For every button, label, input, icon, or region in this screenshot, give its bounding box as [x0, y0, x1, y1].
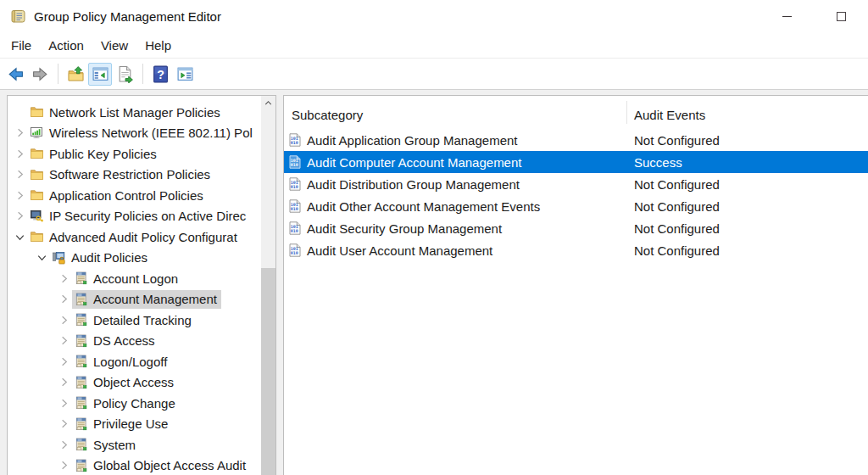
tree-item-privilege-use[interactable]: Privilege Use [8, 414, 261, 435]
back-button[interactable] [3, 63, 27, 86]
tree-item-label: Account Management [93, 292, 217, 306]
column-header-audit-events[interactable]: Audit Events [634, 108, 705, 122]
tree-item-ds-access[interactable]: DS Access [8, 331, 261, 352]
wireless-network-icon [30, 126, 44, 140]
tree-scrollbar[interactable] [261, 96, 275, 475]
tree-item-account-management[interactable]: Account Management [8, 289, 261, 310]
scroll-up-button[interactable] [261, 96, 275, 110]
menu-view[interactable]: View [92, 35, 136, 56]
folder-icon [30, 147, 44, 160]
chevron-right-icon[interactable] [12, 143, 28, 165]
tree-item-label: IP Security Policies on Active Direc [49, 209, 246, 223]
tree-item-advanced-audit-policy-configuration[interactable]: Advanced Audit Policy Configurat [8, 226, 261, 248]
show-console-tree-button[interactable] [88, 63, 112, 86]
tree-item-public-key-policies[interactable]: Public Key Policies [8, 143, 261, 165]
menu-bar: File Action View Help [0, 32, 868, 59]
audit-category-icon [74, 334, 88, 348]
menu-action[interactable]: Action [40, 35, 92, 56]
list-column-headers: Subcategory Audit Events [284, 96, 868, 129]
chevron-right-icon[interactable] [56, 393, 72, 414]
menu-file[interactable]: File [3, 35, 40, 56]
tree-item-network-list-manager-policies[interactable]: Network List Manager Policies [8, 102, 261, 123]
menu-help[interactable]: Help [136, 35, 180, 56]
chevron-right-icon[interactable] [56, 372, 72, 394]
forward-button[interactable] [28, 63, 52, 86]
audit-events-cell: Not Configured [626, 199, 720, 214]
tree-item-ip-security-policies[interactable]: IP Security Policies on Active Direc [8, 206, 261, 227]
maximize-button[interactable] [821, 0, 860, 32]
chevron-right-icon[interactable] [12, 206, 28, 227]
tree-item-label: Account Logon [93, 271, 178, 286]
tree-item-application-control-policies[interactable]: Application Control Policies [8, 185, 261, 206]
tree-item-label: Global Object Access Audit [93, 458, 246, 472]
show-action-pane-icon [176, 65, 194, 83]
list-row-audit-application-group-management[interactable]: Audit Application Group Management Not C… [284, 129, 868, 151]
audit-category-icon [74, 293, 88, 306]
chevron-right-icon[interactable] [12, 185, 28, 206]
tree-item-label: Audit Policies [71, 250, 147, 265]
audit-policies-icon [52, 251, 66, 265]
ip-security-icon [30, 210, 44, 223]
folder-icon [30, 230, 44, 243]
column-divider[interactable] [626, 101, 627, 124]
window-title: Group Policy Management Editor [34, 9, 221, 24]
show-action-pane-button[interactable] [173, 63, 197, 86]
tree-item-label: Detailed Tracking [93, 313, 192, 327]
chevron-right-icon[interactable] [56, 268, 72, 289]
chevron-right-icon[interactable] [56, 331, 72, 352]
subcategory-cell: Audit Computer Account Management [307, 155, 521, 170]
chevron-right-icon[interactable] [56, 455, 72, 475]
chevron-right-icon[interactable] [56, 310, 72, 331]
up-one-level-icon [67, 65, 85, 83]
list-row-audit-user-account-management[interactable]: Audit User Account Management Not Config… [284, 239, 868, 261]
chevron-right-icon[interactable] [56, 351, 72, 372]
chevron-right-icon[interactable] [12, 123, 28, 144]
subcategory-cell: Audit Application Group Management [307, 133, 518, 148]
tree-item-audit-policies[interactable]: Audit Policies [8, 248, 261, 269]
console-tree: Network List Manager Policies Wireless N… [8, 102, 261, 475]
tree-item-policy-change[interactable]: Policy Change [8, 393, 261, 414]
toolbar-separator [58, 64, 58, 84]
audit-category-icon [74, 271, 88, 285]
results-list-pane: Subcategory Audit Events Audit Applicati… [283, 95, 868, 475]
binary-doc-icon [288, 133, 302, 147]
tree-item-software-restriction-policies[interactable]: Software Restriction Policies [8, 165, 261, 186]
forward-icon [31, 65, 49, 83]
tree-item-account-logon[interactable]: Account Logon [8, 268, 261, 289]
tree-item-object-access[interactable]: Object Access [8, 372, 261, 394]
chevron-down-icon[interactable] [12, 226, 28, 248]
minimize-button[interactable] [767, 0, 806, 32]
binary-doc-icon [288, 243, 302, 257]
list-row-audit-distribution-group-management[interactable]: Audit Distribution Group Management Not … [284, 173, 868, 195]
maximize-icon [837, 12, 846, 21]
toolbar [0, 59, 868, 90]
tree-item-wireless-network[interactable]: Wireless Network (IEEE 802.11) Pol [8, 123, 261, 144]
list-row-audit-other-account-management-events[interactable]: Audit Other Account Management Events No… [284, 195, 868, 217]
title-bar: Group Policy Management Editor [0, 0, 868, 32]
folder-icon [30, 168, 44, 182]
up-one-level-button[interactable] [64, 63, 87, 86]
audit-category-icon [74, 376, 88, 389]
tree-item-system[interactable]: System [8, 434, 261, 455]
audit-category-icon [74, 313, 88, 327]
chevron-right-icon[interactable] [56, 434, 72, 455]
tree-item-label: Privilege Use [93, 416, 168, 431]
chevron-right-icon[interactable] [12, 165, 28, 186]
export-list-button[interactable] [113, 63, 136, 86]
scrollbar-thumb[interactable] [261, 268, 275, 475]
chevron-right-icon[interactable] [56, 289, 72, 310]
tree-item-global-object-access-auditing[interactable]: Global Object Access Audit [8, 455, 261, 475]
column-header-subcategory[interactable]: Subcategory [292, 108, 363, 122]
chevron-down-icon[interactable] [34, 248, 50, 269]
tree-item-label: Software Restriction Policies [49, 167, 210, 182]
audit-events-cell: Not Configured [626, 133, 720, 148]
tree-item-detailed-tracking[interactable]: Detailed Tracking [8, 310, 261, 331]
tree-item-logon-logoff[interactable]: Logon/Logoff [8, 351, 261, 372]
help-button[interactable] [148, 63, 172, 86]
list-row-audit-security-group-management[interactable]: Audit Security Group Management Not Conf… [284, 217, 868, 239]
list-row-audit-computer-account-management[interactable]: Audit Computer Account Management Succes… [284, 151, 868, 173]
audit-events-cell: Success [626, 155, 682, 170]
chevron-right-icon[interactable] [56, 414, 72, 435]
show-console-tree-icon [92, 65, 109, 83]
audit-category-icon [74, 355, 88, 368]
